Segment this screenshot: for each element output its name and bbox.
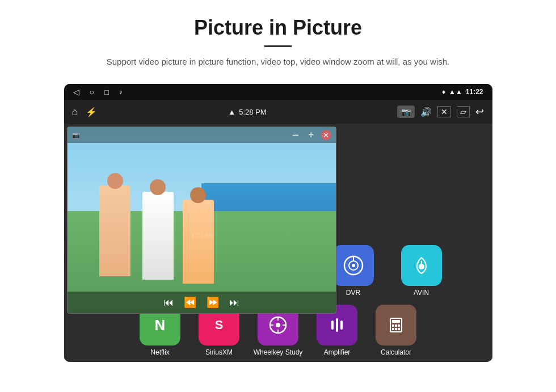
app-content: DVR AVIN N Netflix: [64, 124, 492, 362]
toolbar-right: 📷 🔊 ✕ ▱ ↩: [397, 106, 484, 118]
person-1-head: [107, 173, 123, 189]
svg-rect-16: [392, 320, 400, 323]
avin-label: AVIN: [414, 289, 429, 297]
svg-rect-18: [395, 324, 397, 327]
app-avin[interactable]: AVIN: [396, 245, 447, 297]
pip-plus-button[interactable]: +: [306, 129, 317, 141]
device-frame: ◁ ○ □ ♪ ♦ ▲▲ 11:22 ⌂ ⚡ ▲ 5:28 PM 📷 🔊 ✕ ▱…: [64, 84, 492, 362]
svg-rect-14: [340, 321, 343, 330]
toolbar-left: ⌂ ⚡: [72, 106, 98, 118]
avin-icon: [401, 245, 442, 286]
person-2: [142, 192, 174, 280]
svg-point-7: [276, 323, 280, 327]
siriusxm-label: SiriusXM: [205, 348, 233, 356]
status-bar-left: ◁ ○ □ ♪: [73, 87, 123, 96]
prev-track-button[interactable]: ⏮: [163, 297, 174, 309]
rewind-button[interactable]: ⏪: [184, 296, 196, 309]
svg-rect-12: [331, 321, 334, 330]
toolbar-time: 5:28 PM: [239, 108, 266, 116]
person-2-head: [150, 179, 166, 195]
camera-button[interactable]: 📷: [397, 106, 415, 118]
pip-playback-controls[interactable]: ⏮ ⏪ ⏩ ⏭: [68, 292, 336, 313]
amplifier-label: Amplifier: [324, 348, 351, 356]
wheelkey-label: Wheelkey Study: [254, 348, 303, 356]
calculator-icon: [376, 305, 416, 345]
app-toolbar: ⌂ ⚡ ▲ 5:28 PM 📷 🔊 ✕ ▱ ↩: [64, 100, 492, 124]
fast-forward-button[interactable]: ⏩: [207, 296, 219, 309]
back-button[interactable]: ↩: [475, 106, 484, 118]
app-calculator[interactable]: Calculator: [370, 305, 422, 356]
page-description: Support video picture in picture functio…: [79, 55, 477, 68]
home-nav-icon[interactable]: ○: [90, 87, 94, 96]
person-3-head: [190, 187, 206, 203]
pip-controls-top: 📷 − + ✕: [68, 127, 336, 143]
svg-rect-17: [392, 324, 394, 327]
status-time: 11:22: [466, 88, 483, 96]
close-window-button[interactable]: ✕: [437, 106, 451, 117]
dvr-label: DVR: [346, 289, 360, 297]
volume-button[interactable]: 🔊: [420, 107, 432, 117]
wifi-icon: ▲▲: [449, 88, 462, 96]
page-title: Picture in Picture: [34, 16, 522, 40]
status-bar: ◁ ○ □ ♪ ♦ ▲▲ 11:22: [64, 84, 492, 100]
next-track-button[interactable]: ⏭: [229, 297, 239, 309]
pip-minus-button[interactable]: −: [290, 129, 301, 142]
recent-nav-icon[interactable]: □: [104, 88, 109, 96]
status-bar-right: ♦ ▲▲ 11:22: [442, 88, 483, 96]
svg-rect-19: [398, 324, 400, 327]
wifi-status-icon: ▲: [228, 108, 235, 116]
svg-rect-22: [398, 328, 400, 330]
pip-record-icon: 📷: [72, 132, 80, 139]
person-3: [183, 200, 214, 284]
svg-rect-21: [395, 328, 397, 330]
media-icon: ♪: [119, 88, 123, 96]
pip-window-button[interactable]: ▱: [457, 106, 470, 117]
svg-rect-20: [392, 328, 394, 330]
calculator-label: Calculator: [381, 348, 411, 356]
netflix-label: Netflix: [150, 348, 169, 356]
dvr-icon: [333, 245, 374, 286]
usb-icon: ⚡: [86, 107, 97, 117]
svg-rect-13: [336, 318, 338, 332]
home-button[interactable]: ⌂: [72, 106, 78, 118]
svg-point-2: [352, 264, 355, 267]
person-1: [99, 186, 130, 276]
back-nav-icon[interactable]: ◁: [73, 87, 79, 96]
pip-container[interactable]: YC299 📷 − + ✕ ⏮ ⏪ ⏩ ⏭: [67, 127, 336, 314]
pip-video: YC299 📷 − + ✕ ⏮ ⏪ ⏩ ⏭: [68, 127, 336, 313]
location-icon: ♦: [442, 88, 445, 96]
pip-close-button[interactable]: ✕: [321, 130, 331, 140]
pip-resize-controls[interactable]: − + ✕: [285, 127, 335, 143]
toolbar-center: ▲ 5:28 PM: [228, 108, 266, 116]
svg-point-4: [419, 264, 424, 269]
page-header: Picture in Picture Support video picture…: [0, 0, 556, 78]
title-divider: [264, 45, 292, 47]
